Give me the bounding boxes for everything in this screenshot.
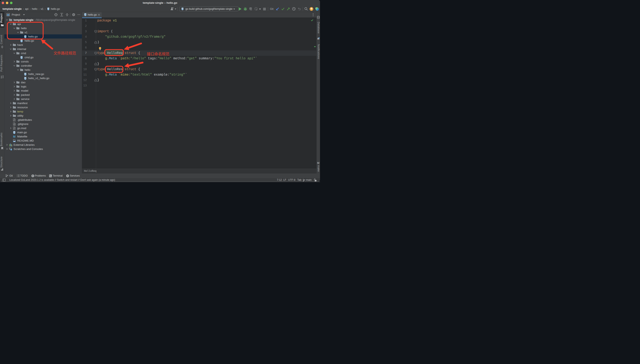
svg-text:MD: MD [13,141,15,142]
